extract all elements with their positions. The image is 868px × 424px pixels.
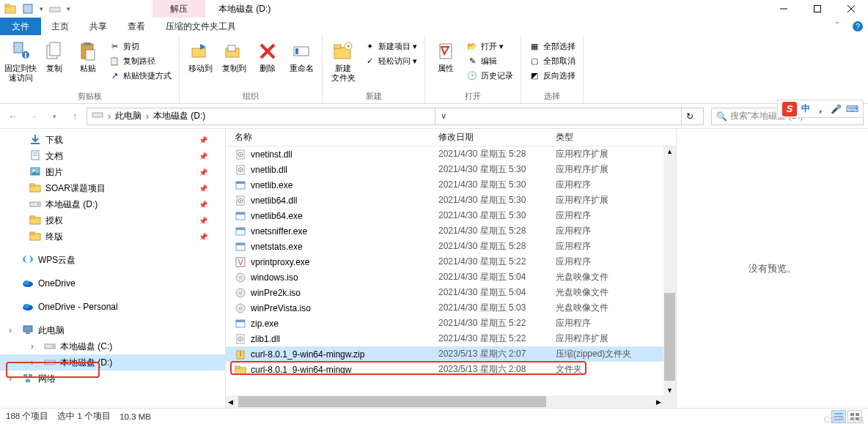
select-all-button[interactable]: ▦全部选择 [526, 40, 578, 53]
tree-group[interactable]: OneDrive - Personal [0, 299, 225, 315]
minimize-button[interactable] [767, 0, 801, 18]
tree-item[interactable]: 下载📌 [0, 132, 225, 148]
ribbon-collapse-icon[interactable]: ˇ [827, 18, 847, 35]
qat-dropdown-icon[interactable]: ▾ [40, 5, 43, 12]
group-clipboard: 剪贴板 [4, 91, 174, 103]
file-row[interactable]: vnetstats.exe2021/4/30 星期五 5:28应用程序 [226, 239, 676, 254]
tab-share[interactable]: 共享 [79, 18, 117, 35]
ime-punct[interactable]: ， [814, 101, 826, 116]
tree-item[interactable]: 本地磁盘 (D:)📌 [0, 196, 225, 212]
edit-button[interactable]: ✎编辑 [463, 54, 516, 67]
properties-button[interactable]: 属性 [430, 37, 462, 73]
file-row[interactable]: zip.exe2021/4/30 星期五 5:22应用程序 [226, 316, 676, 331]
easy-access-button[interactable]: ✓轻松访问 ▾ [361, 54, 420, 67]
new-folder-button[interactable]: ✦新建 文件夹 [327, 37, 359, 83]
ime-lang[interactable]: 中 [801, 103, 810, 115]
file-row[interactable]: winPre2k.iso2021/4/30 星期五 5:04光盘映像文件 [226, 285, 676, 300]
move-to-button[interactable]: 移动到 [184, 37, 216, 73]
window-title: 本地磁盘 (D:) [218, 3, 271, 15]
refresh-button[interactable]: ↻ [681, 108, 699, 124]
status-bar: 188 个项目 选中 1 个项目 10.3 MB [0, 408, 868, 424]
network-icon [22, 372, 34, 386]
file-row[interactable]: winPreVista.iso2021/4/30 星期五 5:03光盘映像文件 [226, 300, 676, 316]
recent-locations-button[interactable]: ▾ [45, 108, 63, 125]
maximize-button[interactable] [801, 0, 834, 18]
svg-point-46 [25, 256, 31, 263]
breadcrumb-segment[interactable]: 此电脑 [115, 110, 141, 122]
cut-button[interactable]: ✂剪切 [106, 40, 174, 53]
file-row[interactable]: vnetsniffer.exe2021/4/30 星期五 5:28应用程序 [226, 223, 676, 239]
tab-file[interactable]: 文件 [0, 18, 41, 35]
file-row[interactable]: vnetlib.exe2021/4/30 星期五 5:30应用程序 [226, 177, 676, 193]
copy-button[interactable]: 复制 [38, 37, 70, 73]
exe-v-icon: V [235, 256, 246, 268]
help-icon[interactable]: ? [847, 18, 868, 35]
tree-group[interactable]: ›此电脑 [0, 322, 225, 338]
invert-selection-button[interactable]: ◩反向选择 [526, 69, 578, 82]
file-row[interactable]: windows.iso2021/4/30 星期五 5:04光盘映像文件 [226, 269, 676, 285]
file-row[interactable]: vnetlib64.exe2021/4/30 星期五 5:30应用程序 [226, 208, 676, 223]
svg-point-48 [23, 280, 29, 285]
file-row[interactable]: curl-8.0.1_9-win64-mingw2023/5/13 星期六 2:… [226, 362, 676, 377]
addr-dropdown-button[interactable]: v [435, 108, 452, 124]
navigation-tree[interactable]: 下载📌文档📌图片📌SOAR课题项目📌本地磁盘 (D:)📌授权📌终版📌 WPS云盘… [0, 129, 226, 408]
up-button[interactable]: ↑ [66, 108, 84, 125]
file-row[interactable]: zlib1.dll2021/4/30 星期五 5:22应用程序扩展 [226, 331, 676, 346]
back-button[interactable]: ← [4, 108, 22, 125]
column-date[interactable]: 修改日期 [438, 131, 556, 144]
history-button[interactable]: 🕑历史记录 [463, 69, 516, 82]
tab-home[interactable]: 主页 [41, 18, 79, 35]
tree-group[interactable]: WPS云盘 [0, 252, 225, 268]
tree-item[interactable]: 文档📌 [0, 148, 225, 164]
file-row[interactable]: Vvprintproxy.exe2021/4/30 星期五 5:22应用程序 [226, 254, 676, 269]
delete-button[interactable]: 删除 [251, 37, 284, 73]
select-none-button[interactable]: ▢全部取消 [526, 54, 578, 67]
address-bar[interactable]: › 此电脑 › 本地磁盘 (D:) v ↻ [87, 108, 704, 125]
ime-toolbar[interactable]: S 中 ， 🎤 ⌨ [777, 100, 864, 118]
vertical-scrollbar[interactable]: ▲ ▼ [663, 146, 676, 408]
keyboard-icon[interactable]: ⌨ [846, 104, 858, 114]
tree-group[interactable]: ›网络 [0, 371, 225, 387]
mic-icon[interactable]: 🎤 [831, 104, 842, 114]
tree-item[interactable]: 图片📌 [0, 164, 225, 180]
file-list[interactable]: vmwarewall.dll2021/4/30 星期五 5:29应用程序扩展vn… [226, 146, 676, 408]
file-row[interactable]: vnetinst.dll2021/4/30 星期五 5:28应用程序扩展 [226, 146, 676, 162]
forward-button[interactable]: → [25, 108, 43, 125]
copy-path-button[interactable]: 📋复制路径 [106, 54, 174, 67]
paste-button[interactable]: 粘贴 [72, 37, 104, 73]
context-tab-extract[interactable]: 解压 [152, 0, 205, 18]
file-row[interactable]: vnetlib64.dll2021/4/30 星期五 5:30应用程序扩展 [226, 193, 676, 208]
tab-view[interactable]: 查看 [117, 18, 155, 35]
new-item-button[interactable]: ✦新建项目 ▾ [361, 40, 420, 53]
tree-item-drive[interactable]: ›本地磁盘 (D:) [0, 354, 225, 371]
tree-group[interactable]: OneDrive [0, 275, 225, 291]
copy-to-button[interactable]: 复制到 [218, 37, 250, 73]
tab-compress[interactable]: 压缩的文件夹工具 [155, 18, 246, 35]
rename-button[interactable]: 重命名 [285, 37, 317, 73]
sogou-icon: S [782, 102, 797, 116]
tree-item[interactable]: 授权📌 [0, 212, 225, 228]
breadcrumb-segment[interactable]: 本地磁盘 (D:) [153, 110, 205, 122]
file-row[interactable]: vnetlib.dll2021/4/30 星期五 5:30应用程序扩展 [226, 162, 676, 177]
svg-rect-14 [50, 42, 60, 56]
open-button[interactable]: 📂打开 ▾ [463, 40, 516, 53]
svg-text:?: ? [856, 22, 860, 31]
tree-item-drive[interactable]: ›本地磁盘 (C:) [0, 338, 225, 354]
horizontal-scrollbar[interactable]: ◀ ▶ [226, 395, 663, 408]
qat-dropdown2-icon[interactable]: ▾ [67, 5, 70, 12]
close-button[interactable] [834, 0, 868, 18]
drive-icon [44, 340, 56, 354]
svg-rect-18 [192, 48, 205, 57]
pin-icon: 📌 [199, 201, 207, 209]
iso-icon [235, 302, 246, 314]
dll-icon [235, 149, 246, 160]
column-headers[interactable]: 名称 修改日期 类型 [226, 129, 676, 146]
column-name[interactable]: 名称 [235, 131, 438, 144]
paste-shortcut-button[interactable]: ↗粘贴快捷方式 [106, 69, 174, 82]
save-icon[interactable] [22, 3, 34, 15]
tree-item[interactable]: 终版📌 [0, 228, 225, 245]
file-row[interactable]: curl-8.0.1_9-win64-mingw.zip2023/5/13 星期… [226, 346, 676, 362]
pin-to-quick-access-button[interactable]: 固定到快 速访问 [4, 37, 37, 83]
tree-item[interactable]: SOAR课题项目📌 [0, 180, 225, 196]
column-type[interactable]: 类型 [556, 131, 651, 144]
